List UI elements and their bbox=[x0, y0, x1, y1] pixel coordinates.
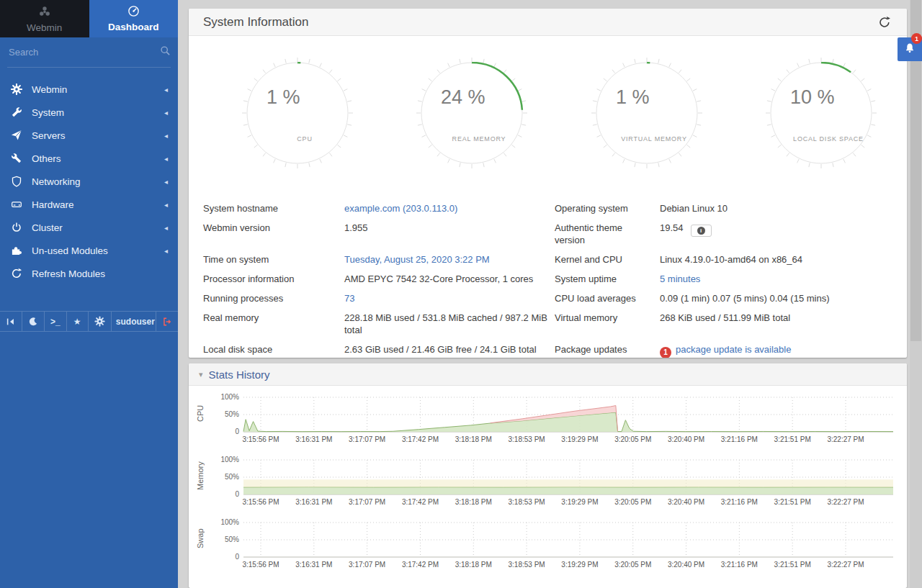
tab-dashboard[interactable]: Dashboard bbox=[89, 0, 179, 37]
webmin-logo-icon bbox=[38, 5, 51, 20]
chevron-left-icon: ◂ bbox=[164, 178, 168, 186]
sidebar-item-label: Servers bbox=[32, 130, 66, 141]
favorites-icon[interactable]: ★ bbox=[67, 312, 89, 331]
info-value-operating-system: Debian Linux 10 bbox=[660, 199, 907, 218]
night-mode-icon[interactable] bbox=[22, 312, 45, 331]
notifications-bell-button[interactable]: 1 bbox=[898, 37, 922, 61]
terminal-glyph: >_ bbox=[50, 317, 61, 326]
info-label-package-updates: Package updates bbox=[555, 340, 660, 358]
tab-webmin[interactable]: Webmin bbox=[0, 0, 89, 37]
svg-text:3:19:29 PM: 3:19:29 PM bbox=[561, 435, 598, 443]
logout-icon[interactable] bbox=[156, 312, 178, 331]
svg-text:3:18:53 PM: 3:18:53 PM bbox=[509, 498, 545, 506]
info-label-authentic-theme-version: Authentic theme version bbox=[555, 218, 660, 250]
tab-webmin-label: Webmin bbox=[27, 22, 62, 33]
info-value-system-hostname[interactable]: example.com (203.0.113.0) bbox=[344, 199, 555, 218]
svg-text:3:20:40 PM: 3:20:40 PM bbox=[668, 435, 704, 443]
svg-text:3:20:05 PM: 3:20:05 PM bbox=[614, 435, 651, 443]
info-value-real-memory: 228.18 MiB used / 531.8 MiB cached / 987… bbox=[344, 308, 555, 340]
gauge-real-memory: 24 %REAL MEMORY bbox=[411, 52, 533, 177]
refresh-icon bbox=[10, 268, 22, 280]
svg-text:1 %: 1 % bbox=[616, 86, 650, 108]
svg-text:3:22:27 PM: 3:22:27 PM bbox=[827, 498, 864, 506]
svg-text:3:15:56 PM: 3:15:56 PM bbox=[242, 561, 279, 569]
svg-text:3:17:07 PM: 3:17:07 PM bbox=[349, 435, 385, 443]
sidebar-tabs: Webmin Dashboard bbox=[0, 0, 178, 37]
user-button[interactable]: sudouser bbox=[112, 312, 156, 331]
refresh-page-icon[interactable] bbox=[877, 14, 892, 30]
gear-icon bbox=[10, 83, 22, 96]
collapse-triangle-icon[interactable]: ▾ bbox=[199, 370, 203, 379]
sidebar-item-networking[interactable]: Networking◂ bbox=[0, 170, 178, 193]
sidebar-item-label: Un-used Modules bbox=[32, 245, 108, 256]
sidebar-item-servers[interactable]: Servers◂ bbox=[0, 124, 178, 147]
page-scrollbar[interactable] bbox=[910, 0, 922, 588]
svg-text:3:15:56 PM: 3:15:56 PM bbox=[242, 435, 279, 443]
sidebar-item-others[interactable]: Others◂ bbox=[0, 147, 178, 170]
settings-icon[interactable] bbox=[89, 312, 112, 331]
tools-icon bbox=[10, 153, 22, 165]
sidebar-item-cluster[interactable]: Cluster◂ bbox=[0, 216, 178, 239]
info-value-running-processes[interactable]: 73 bbox=[344, 289, 555, 308]
svg-text:3:18:53 PM: 3:18:53 PM bbox=[509, 435, 545, 443]
gauge-cpu: 1 %CPU bbox=[236, 52, 359, 177]
svg-text:3:22:27 PM: 3:22:27 PM bbox=[827, 561, 864, 569]
shield-icon bbox=[10, 176, 22, 188]
sidebar-item-label: System bbox=[32, 107, 64, 118]
sidebar-item-label: Others bbox=[32, 153, 61, 164]
info-value-time-on-system[interactable]: Tuesday, August 25, 2020 3:22 PM bbox=[344, 250, 555, 269]
terminal-icon[interactable]: >_ bbox=[45, 312, 67, 331]
system-information-panel: System Information 1 %CPU24 %REAL MEMORY… bbox=[189, 9, 907, 358]
info-label-time-on-system: Time on system bbox=[203, 250, 344, 269]
svg-text:3:20:40 PM: 3:20:40 PM bbox=[668, 561, 704, 569]
package-updates-count-badge: 1 bbox=[660, 347, 671, 358]
dashboard-gauge-icon bbox=[127, 5, 140, 19]
stats-charts: CPU3:15:56 PM3:16:31 PM3:17:07 PM3:17:42… bbox=[189, 386, 907, 571]
paper-plane-icon bbox=[10, 130, 22, 142]
collapse-icon[interactable] bbox=[0, 312, 22, 331]
cpu-chart: CPU3:15:56 PM3:16:31 PM3:17:07 PM3:17:42… bbox=[193, 393, 904, 446]
svg-text:3:17:07 PM: 3:17:07 PM bbox=[349, 498, 385, 506]
sidebar-item-label: Networking bbox=[32, 176, 81, 187]
search-input[interactable] bbox=[7, 46, 160, 58]
power-icon bbox=[10, 222, 22, 234]
svg-text:3:20:40 PM: 3:20:40 PM bbox=[668, 498, 704, 506]
info-value-virtual-memory: 268 KiB used / 511.99 MiB total bbox=[660, 308, 907, 340]
theme-info-icon[interactable]: i bbox=[691, 225, 712, 237]
svg-text:3:17:42 PM: 3:17:42 PM bbox=[402, 435, 439, 443]
swap-chart: Swap3:15:56 PM3:16:31 PM3:17:07 PM3:17:4… bbox=[193, 518, 904, 571]
sidebar-item-webmin[interactable]: Webmin◂ bbox=[0, 78, 178, 101]
page-title: System Information bbox=[203, 15, 877, 30]
svg-text:50%: 50% bbox=[225, 410, 239, 418]
svg-text:24 %: 24 % bbox=[441, 86, 485, 108]
info-label-processor-information: Processor information bbox=[203, 269, 344, 289]
chevron-left-icon: ◂ bbox=[164, 132, 168, 140]
bell-icon bbox=[904, 42, 916, 57]
svg-text:3:16:31 PM: 3:16:31 PM bbox=[295, 561, 332, 569]
svg-text:3:21:51 PM: 3:21:51 PM bbox=[774, 435, 811, 443]
info-value-package-updates[interactable]: 1package update is available bbox=[660, 340, 907, 358]
svg-text:0: 0 bbox=[235, 428, 239, 435]
memory-axis-title: Memory bbox=[193, 456, 207, 496]
svg-text:3:19:29 PM: 3:19:29 PM bbox=[561, 561, 598, 569]
svg-text:3:21:16 PM: 3:21:16 PM bbox=[721, 435, 758, 443]
sidebar-item-label: Webmin bbox=[32, 84, 67, 95]
svg-text:3:18:18 PM: 3:18:18 PM bbox=[455, 435, 492, 443]
info-label-cpu-load-averages: CPU load averages bbox=[555, 289, 660, 308]
svg-text:3:22:27 PM: 3:22:27 PM bbox=[827, 435, 864, 443]
search-icon[interactable] bbox=[160, 45, 171, 59]
info-value-cpu-load-averages: 0.09 (1 min) 0.07 (5 mins) 0.04 (15 mins… bbox=[660, 289, 907, 308]
sidebar-item-hardware[interactable]: Hardware◂ bbox=[0, 193, 178, 216]
sidebar-item-refresh-modules[interactable]: Refresh Modules bbox=[0, 262, 178, 285]
chevron-left-icon: ◂ bbox=[164, 224, 168, 232]
svg-text:3:18:53 PM: 3:18:53 PM bbox=[509, 561, 545, 569]
svg-text:REAL MEMORY: REAL MEMORY bbox=[452, 135, 506, 143]
sidebar-item-un-used-modules[interactable]: Un-used Modules◂ bbox=[0, 239, 178, 262]
info-value-system-uptime[interactable]: 5 minutes bbox=[660, 269, 907, 289]
sidebar-search bbox=[7, 37, 171, 68]
svg-text:1 %: 1 % bbox=[267, 86, 300, 108]
system-information-header: System Information bbox=[189, 9, 907, 36]
sidebar-menu: Webmin◂System◂Servers◂Others◂Networking◂… bbox=[0, 68, 178, 285]
sidebar-item-system[interactable]: System◂ bbox=[0, 101, 178, 124]
wrench-icon bbox=[10, 107, 22, 119]
